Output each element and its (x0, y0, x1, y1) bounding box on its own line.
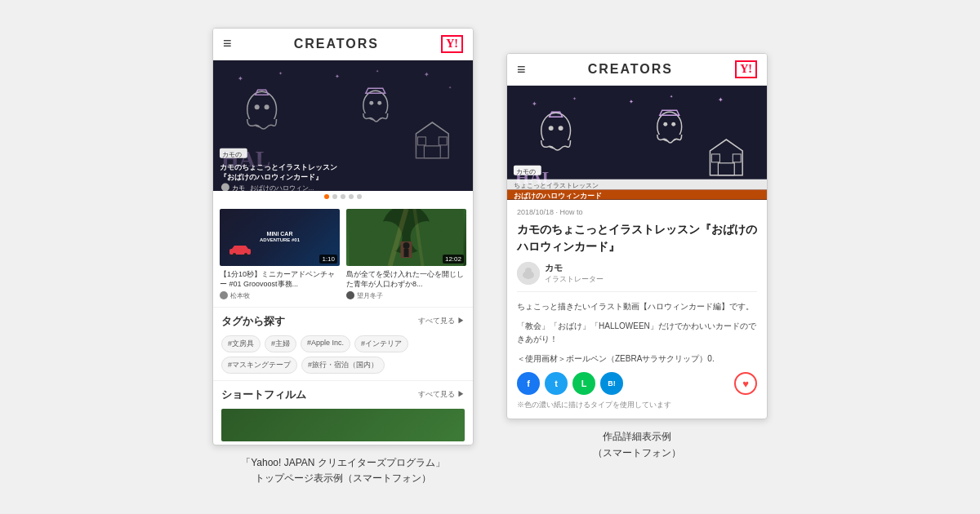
svg-rect-36 (404, 249, 409, 257)
tags-section: タグから探す すべて見る ▶ #文房具 #主婦 #Apple Inc. #インテ… (213, 307, 473, 380)
share-twitter-button[interactable]: t (545, 372, 568, 395)
tag-1[interactable]: #文房具 (221, 335, 261, 352)
tags-grid: #文房具 #主婦 #Apple Inc. #インテリア #マスキングテープ #旅… (221, 335, 465, 374)
video-duration-2: 12:02 (443, 255, 464, 264)
author-avatar-svg (517, 262, 540, 285)
shortfilm-see-all[interactable]: すべて見る ▶ (418, 389, 465, 400)
left-phone: ≡ CREATORS Y! ✦ ✦ ✦ ✦ ✦ ✦ (212, 28, 474, 445)
dot-3[interactable] (341, 194, 345, 199)
right-phone-header: ≡ CREATORS Y! (507, 54, 767, 86)
svg-point-47 (663, 122, 667, 126)
like-button[interactable]: ♥ (734, 372, 757, 395)
svg-text:✦: ✦ (718, 97, 724, 104)
left-phone-header: ≡ CREATORS Y! (213, 29, 473, 60)
left-header-title: CREATORS (294, 37, 379, 51)
video-author-name-2: 望月冬子 (357, 291, 383, 300)
dot-4[interactable] (349, 194, 354, 199)
svg-point-27 (244, 253, 247, 256)
svg-text:✦: ✦ (629, 100, 634, 105)
left-hero-section[interactable]: ✦ ✦ ✦ ✦ ✦ ✦ (213, 60, 473, 191)
author-role: イラストレーター (545, 274, 604, 285)
article-body-1: ちょこっと描きたいイラスト動画【ハロウィンカード編】です。 (517, 300, 757, 313)
author-avatar (517, 262, 540, 285)
tags-section-title: タグから探す (221, 314, 285, 329)
article-materials: ＜使用画材＞ボールペン（ZEBRAサラサクリップ）0. (517, 352, 757, 366)
right-phone-wrapper: ≡ CREATORS Y! ✦ ✦ ✦ ✦ ✦ (506, 53, 768, 460)
author-info: カモ イラストレーター (545, 262, 604, 285)
tag-4[interactable]: #インテリア (354, 335, 408, 352)
shortfilm-header: ショートフィルム すべて見る ▶ (221, 388, 465, 402)
article-meta: 2018/10/18 · How to (517, 208, 757, 216)
video-info-1: 【1分10秒】ミニカーアドベンチャー #01 Groovoost事務... 松本… (220, 269, 340, 300)
video-author-avatar-2 (346, 291, 354, 299)
video-thumb-1: MINI CAR ADVENTURE #01 1:10 (220, 209, 340, 266)
svg-point-35 (403, 242, 410, 249)
share-section: f t L B! ♥ (517, 372, 757, 395)
video-info-2: 島が全てを受け入れた一心を開じした青年が人口わずか8... 望月冬子 (346, 269, 466, 300)
left-caption-line2: トップページ表示例（スマートフォン） (241, 471, 445, 486)
svg-text:✦: ✦ (572, 97, 577, 102)
tags-section-header: タグから探す すべて見る ▶ (221, 314, 465, 329)
right-yahoo-logo[interactable]: Y! (735, 60, 757, 78)
video-author-avatar-1 (220, 291, 228, 299)
video-title-2: 島が全てを受け入れた一心を開じした青年が人口わずか8... (346, 269, 466, 290)
svg-text:『おばけのハロウィンカード』: 『おばけのハロウィンカード』 (220, 172, 323, 180)
left-yahoo-logo[interactable]: Y! (441, 35, 463, 53)
video-card-2[interactable]: 12:02 島が全てを受け入れた一心を開じした青年が人口わずか8... 望月冬子 (346, 209, 466, 300)
svg-point-44 (549, 126, 554, 131)
svg-text:おばけのハロウィン...: おばけのハロウィン... (250, 184, 314, 190)
video-author-1: 松本牧 (220, 291, 340, 300)
left-hamburger-icon[interactable]: ≡ (223, 35, 232, 52)
dot-1[interactable] (324, 194, 329, 199)
tags-see-all[interactable]: すべて見る ▶ (418, 316, 465, 326)
svg-text:カモのちょこっとイラストレッスン: カモのちょこっとイラストレッスン (220, 162, 337, 171)
svg-text:ちょこっとイラストレッスン: ちょこっとイラストレッスン (514, 182, 599, 189)
author-name: カモ (545, 262, 604, 274)
svg-point-61 (525, 268, 532, 274)
video-thumb-2: 12:02 (346, 209, 466, 266)
svg-text:カモの: カモの (516, 168, 536, 175)
svg-text:✦: ✦ (670, 95, 673, 100)
svg-point-48 (671, 122, 675, 126)
right-hamburger-icon[interactable]: ≡ (517, 61, 526, 78)
article-note: ※色の濃い紙に描けるタイプを使用しています (517, 400, 757, 410)
right-hero-section[interactable]: ✦ ✦ ✦ ✦ ✦ (507, 86, 767, 200)
svg-text:✦: ✦ (532, 101, 537, 109)
tag-6[interactable]: #旅行・宿泊（国内） (301, 357, 385, 374)
shortfilm-preview[interactable] (221, 409, 465, 441)
right-caption: 作品詳細表示例 （スマートフォン） (593, 429, 681, 460)
video-title-1: 【1分10秒】ミニカーアドベンチャー #01 Groovoost事務... (220, 269, 340, 290)
share-facebook-button[interactable]: f (517, 372, 540, 395)
svg-rect-25 (229, 249, 251, 255)
tag-3[interactable]: #Apple Inc. (301, 335, 350, 352)
video-author-name-1: 松本牧 (230, 291, 250, 300)
svg-point-45 (559, 126, 564, 131)
article-author: カモ イラストレーター (517, 262, 757, 292)
video-duration-1: 1:10 (319, 255, 337, 264)
share-line-button[interactable]: L (572, 372, 595, 395)
right-header-title: CREATORS (588, 62, 673, 77)
shortfilm-section: ショートフィルム すべて見る ▶ (213, 380, 473, 445)
dot-2[interactable] (332, 194, 337, 199)
svg-point-26 (233, 253, 236, 256)
left-hero-bg: ✦ ✦ ✦ ✦ ✦ ✦ (213, 60, 473, 191)
left-hero-dots (213, 191, 473, 202)
car-icon (228, 245, 252, 256)
tag-5[interactable]: #マスキングテープ (221, 357, 297, 374)
share-hatena-button[interactable]: B! (600, 372, 623, 395)
left-caption: 「Yahoo! JAPAN クリエイターズプログラム」 トップページ表示例（スマ… (241, 455, 445, 486)
article-title: カモのちょこっとイラストレッスン『おばけのハロウィンカード』 (517, 221, 757, 255)
mini-car-label: MINI CAR ADVENTURE #01 (260, 230, 300, 244)
tag-2[interactable]: #主婦 (265, 335, 296, 352)
dot-5[interactable] (357, 194, 362, 199)
left-caption-line1: 「Yahoo! JAPAN クリエイターズプログラム」 (241, 455, 445, 471)
svg-text:カモの: カモの (222, 150, 242, 157)
svg-text:カモ: カモ (232, 184, 245, 190)
article-content: 2018/10/18 · How to カモのちょこっとイラストレッスン『おばけ… (507, 200, 767, 419)
video-card-1[interactable]: MINI CAR ADVENTURE #01 1:10 【1分10秒】ミニカーア… (220, 209, 340, 300)
right-caption-line1: 作品詳細表示例 (593, 429, 681, 445)
right-phone: ≡ CREATORS Y! ✦ ✦ ✦ ✦ ✦ (506, 53, 768, 419)
video-section: MINI CAR ADVENTURE #01 1:10 【1分10秒】ミニカーア… (213, 202, 473, 307)
right-caption-line2: （スマートフォン） (593, 445, 681, 461)
video-author-2: 望月冬子 (346, 291, 466, 300)
